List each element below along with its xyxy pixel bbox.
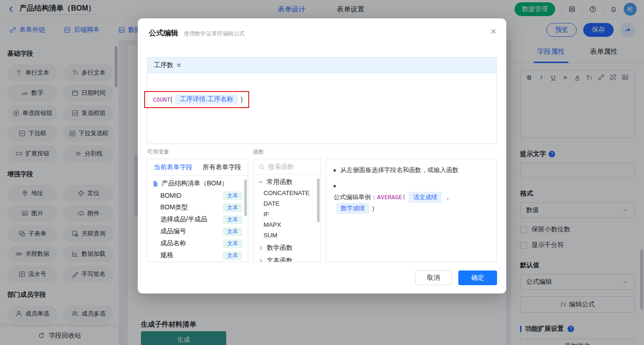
variable-row[interactable]: 规格文本 bbox=[147, 249, 248, 261]
variable-name: BOM类型 bbox=[160, 203, 188, 212]
variable-row[interactable]: BOM类型文本 bbox=[147, 201, 248, 213]
hint-line-1: 从左侧面板选择字段名和函数，或输入函数 bbox=[340, 166, 459, 175]
functions-label: 函数 bbox=[253, 148, 321, 156]
bullet bbox=[334, 169, 336, 172]
formula-editor[interactable]: 工序数 = COUNT ( 工序详情.工序名称 ) bbox=[147, 57, 497, 144]
cancel-button[interactable]: 取消 bbox=[415, 270, 452, 285]
dialog-title: 公式编辑 bbox=[149, 29, 178, 38]
dialog-subtitle: 使用数学运算符编辑公式 bbox=[184, 30, 245, 38]
function-item-SUM[interactable]: SUM bbox=[253, 230, 321, 241]
variables-scrollbar[interactable] bbox=[244, 179, 247, 216]
equals-sign: = bbox=[177, 62, 181, 69]
form-tree-root[interactable]: 产品结构清单（BOM） bbox=[147, 176, 248, 190]
variables-panel: 当前表单字段 所有表单字段 产品结构清单（BOM） BOMID文本BOM类型文本… bbox=[147, 159, 248, 262]
function-group-label: 常用函数 bbox=[267, 178, 293, 186]
field-chip: 语文成绩 bbox=[409, 192, 442, 203]
function-group-label: 数学函数 bbox=[267, 244, 293, 252]
hint-panel: 从左侧面板选择字段名和函数，或输入函数 公式编辑举例： AVERAGE( 语文成… bbox=[326, 159, 497, 262]
formula-expression[interactable]: COUNT ( 工序详情.工序名称 ) bbox=[153, 94, 243, 104]
function-item-CONCATENATE[interactable]: CONCATENATE bbox=[253, 188, 321, 198]
functions-scrollbar[interactable] bbox=[317, 178, 320, 222]
function-group-label: 文本函数 bbox=[267, 257, 293, 262]
variable-row[interactable]: 成品名称文本 bbox=[147, 237, 248, 249]
type-badge: 文本 bbox=[223, 203, 242, 212]
confirm-button[interactable]: 确定 bbox=[458, 270, 497, 285]
variable-name: 选择成品/半成品 bbox=[160, 215, 207, 224]
field-chip: 数学成绩 bbox=[336, 203, 369, 214]
function-group-文本函数[interactable]: 文本函数 bbox=[253, 253, 321, 262]
bullet bbox=[334, 185, 336, 187]
type-badge: 文本 bbox=[223, 215, 242, 224]
search-icon bbox=[258, 163, 265, 171]
tab-current-form-fields[interactable]: 当前表单字段 bbox=[154, 163, 193, 172]
variable-name: BOMID bbox=[160, 192, 181, 199]
variables-label: 可用变量 bbox=[147, 148, 248, 156]
formula-editor-dialog: 公式编辑 使用数学运算符编辑公式 × 工序数 = COUNT ( 工序详情.工序… bbox=[138, 18, 506, 293]
function-item-MAPX[interactable]: MAPX bbox=[253, 219, 321, 230]
chevron-right-icon bbox=[257, 257, 264, 262]
chevron-right-icon bbox=[257, 244, 264, 252]
hint-line-2: 公式编辑举例： AVERAGE( 语文成绩 ， 数学成绩 ) bbox=[334, 192, 489, 214]
type-badge: 文本 bbox=[223, 227, 242, 236]
type-badge: 文本 bbox=[223, 251, 242, 260]
function-name: COUNT bbox=[153, 96, 170, 103]
type-badge: 文本 bbox=[223, 191, 242, 200]
tab-all-form-fields[interactable]: 所有表单字段 bbox=[203, 163, 241, 172]
function-item-DATE[interactable]: DATE bbox=[253, 198, 321, 209]
function-item-IF[interactable]: IF bbox=[253, 209, 321, 219]
type-badge: 文本 bbox=[223, 239, 242, 248]
chevron-down-icon bbox=[257, 178, 264, 186]
function-group-常用函数[interactable]: 常用函数 bbox=[253, 175, 321, 188]
variable-row[interactable]: 选择成品/半成品文本 bbox=[147, 213, 248, 225]
variable-row[interactable]: 成品编号文本 bbox=[147, 225, 248, 237]
example-function-name: AVERAGE( bbox=[377, 193, 406, 202]
file-icon bbox=[152, 180, 159, 187]
function-group-数学函数[interactable]: 数学函数 bbox=[253, 241, 321, 253]
variable-row[interactable]: BOMID文本 bbox=[147, 190, 248, 201]
formula-target: 工序数 bbox=[154, 61, 173, 69]
variable-name: 规格 bbox=[160, 251, 173, 259]
functions-panel: 搜索函数 常用函数CONCATENATEDATEIFMAPXSUM数学函数文本函… bbox=[253, 159, 321, 262]
function-search-input[interactable]: 搜索函数 bbox=[253, 159, 321, 175]
variable-name: 成品编号 bbox=[160, 227, 186, 236]
variable-name: 成品名称 bbox=[160, 239, 186, 247]
close-icon[interactable]: × bbox=[491, 27, 496, 36]
field-chip[interactable]: 工序详情.工序名称 bbox=[175, 94, 238, 104]
